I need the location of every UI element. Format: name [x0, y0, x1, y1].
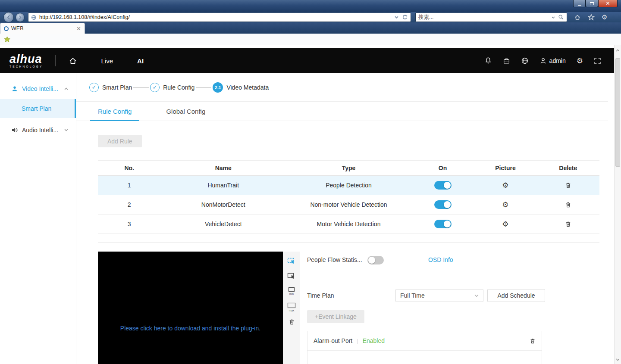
rule-on-toggle[interactable]: [434, 220, 452, 228]
search-dropdown-icon[interactable]: [552, 16, 555, 19]
step-rule-config[interactable]: ✓ Rule Config: [150, 83, 194, 92]
config-stepper: ✓ Smart Plan ✓ Rule Config 2.1 Video Met…: [76, 73, 608, 102]
delete-trash-icon[interactable]: [565, 201, 571, 208]
step-connector: [133, 87, 149, 87]
address-dropdown-icon[interactable]: [395, 16, 398, 19]
tab-rule-config[interactable]: Rule Config: [90, 102, 139, 121]
window-minimize-button[interactable]: [573, 0, 586, 7]
settings-gear-icon[interactable]: ⚙: [577, 57, 583, 65]
table-row[interactable]: 3 VehicleDetect Motor Vehicle Detection …: [98, 215, 599, 234]
search-input[interactable]: [418, 14, 552, 20]
draw-rule-tool[interactable]: [287, 257, 296, 265]
search-icon[interactable]: [558, 14, 564, 20]
notification-bell-icon[interactable]: [484, 57, 492, 65]
address-bar-icons: [395, 14, 408, 20]
sidebar-item-label: Audio Intelli...: [22, 127, 58, 134]
table-row[interactable]: 1 HumanTrait People Detection ⚙: [98, 176, 599, 195]
alarm-out-row[interactable]: Alarm-out Port | Enabled: [307, 331, 542, 351]
username: admin: [549, 57, 566, 64]
sidebar-item-smart-plan[interactable]: Smart Plan: [0, 99, 76, 118]
column-header-type: Type: [286, 165, 411, 171]
people-flow-toggle[interactable]: [367, 256, 384, 264]
cell-name: HumanTrait: [160, 182, 286, 189]
table-footer-strip: [98, 234, 599, 243]
event-linkage-button[interactable]: +Event Linkage: [307, 310, 364, 323]
home-icon[interactable]: [574, 14, 581, 21]
delete-trash-icon[interactable]: [565, 221, 571, 227]
audio-intelligence-icon: [11, 127, 18, 134]
tab-favicon-icon: [4, 26, 9, 31]
tab-global-config[interactable]: Global Config: [158, 102, 213, 121]
window-maximize-button[interactable]: [586, 0, 598, 7]
max-size-tool[interactable]: max: [287, 302, 296, 312]
osd-info-link[interactable]: OSD Info: [428, 256, 453, 263]
sidebar-item-audio-intelligence[interactable]: Audio Intelli...: [0, 120, 76, 140]
home-nav-icon[interactable]: [69, 56, 77, 65]
toggle-knob: [444, 221, 451, 227]
refresh-icon[interactable]: [402, 14, 408, 20]
favorites-star-icon[interactable]: [4, 36, 10, 43]
favorites-icon[interactable]: [588, 14, 595, 21]
rule-on-toggle[interactable]: [434, 181, 452, 190]
step-smart-plan[interactable]: ✓ Smart Plan: [89, 83, 132, 92]
time-plan-label: Time Plan: [307, 289, 334, 302]
draw-exclude-tool[interactable]: [287, 272, 296, 280]
step-current-badge: 2.1: [213, 82, 223, 93]
page-scrollbar[interactable]: [614, 45, 621, 364]
window-buttons: ✕: [573, 0, 618, 7]
step-video-metadata[interactable]: 2.1 Video Metadata: [213, 82, 269, 93]
toolbox-icon[interactable]: [503, 57, 510, 65]
rules-table: No. Name Type On Picture Delete 1 HumanT…: [98, 160, 599, 243]
window-titlebar: ✕: [0, 0, 621, 12]
alarm-delete-wrap: [530, 338, 536, 344]
url-text: http://192.168.1.108/#/index/AIConfig/: [39, 14, 395, 20]
draw-exclude-icon: [287, 272, 296, 280]
column-header-name: Name: [160, 165, 286, 171]
cell-type: People Detection: [286, 182, 411, 189]
tab-close-icon[interactable]: ✕: [76, 26, 81, 31]
picture-config-gear-icon[interactable]: ⚙: [502, 221, 508, 228]
clear-trash-icon: [289, 318, 295, 325]
fullscreen-icon[interactable]: [594, 57, 601, 65]
sidebar-item-video-intelligence[interactable]: Video Intelli...: [0, 78, 76, 99]
add-rule-button[interactable]: Add Rule: [98, 135, 142, 147]
add-schedule-button[interactable]: Add Schedule: [487, 289, 545, 302]
tab-title: WEB: [11, 25, 23, 31]
globe-language-icon[interactable]: [521, 57, 529, 65]
max-size-icon: [287, 302, 296, 309]
table-row[interactable]: 2 NonMotorDetect Non-motor Vehicle Detec…: [98, 195, 599, 215]
max-size-label: max: [289, 309, 294, 312]
scroll-up-arrow[interactable]: [615, 47, 621, 54]
config-tabs: Rule Config Global Config: [76, 102, 608, 121]
tools-gear-icon[interactable]: ⚙: [602, 14, 607, 21]
min-size-tool[interactable]: min: [288, 287, 295, 296]
alarm-delete-trash-icon[interactable]: [530, 338, 536, 344]
window-close-button[interactable]: ✕: [598, 0, 618, 7]
browser-forward-button[interactable]: [16, 13, 25, 22]
clear-draw-tool[interactable]: [289, 318, 295, 325]
address-bar[interactable]: http://192.168.1.108/#/index/AIConfig/: [28, 12, 411, 22]
plugin-download-link[interactable]: Please click here to download and instal…: [98, 325, 283, 332]
scroll-down-arrow[interactable]: [615, 356, 621, 363]
browser-tab-row: WEB ✕: [0, 22, 621, 34]
header-divider: [55, 55, 56, 66]
nav-item-live[interactable]: Live: [101, 57, 113, 65]
cell-type: Motor Vehicle Detection: [286, 221, 411, 227]
scrollbar-thumb[interactable]: [615, 58, 620, 167]
chevron-up-icon: [64, 87, 68, 90]
browser-tab-web[interactable]: WEB ✕: [0, 23, 85, 34]
browser-back-button[interactable]: [3, 12, 14, 22]
time-plan-select[interactable]: Full Time: [395, 289, 483, 302]
user-menu[interactable]: admin: [539, 57, 566, 65]
header-right-icons: admin ⚙: [484, 57, 601, 65]
rule-on-toggle[interactable]: [434, 200, 452, 209]
toggle-knob: [444, 201, 451, 208]
delete-trash-icon[interactable]: [565, 182, 571, 189]
people-flow-row: People Flow Statis... OSD Info: [307, 255, 549, 265]
dahua-logo: alhua TECHNOLOGY: [9, 53, 43, 68]
picture-config-gear-icon[interactable]: ⚙: [502, 182, 508, 189]
nav-item-ai[interactable]: AI: [137, 57, 144, 65]
minimize-icon: [578, 5, 581, 6]
picture-config-gear-icon[interactable]: ⚙: [502, 201, 508, 208]
camera-web-page: alhua TECHNOLOGY Live AI admin ⚙: [0, 45, 614, 364]
